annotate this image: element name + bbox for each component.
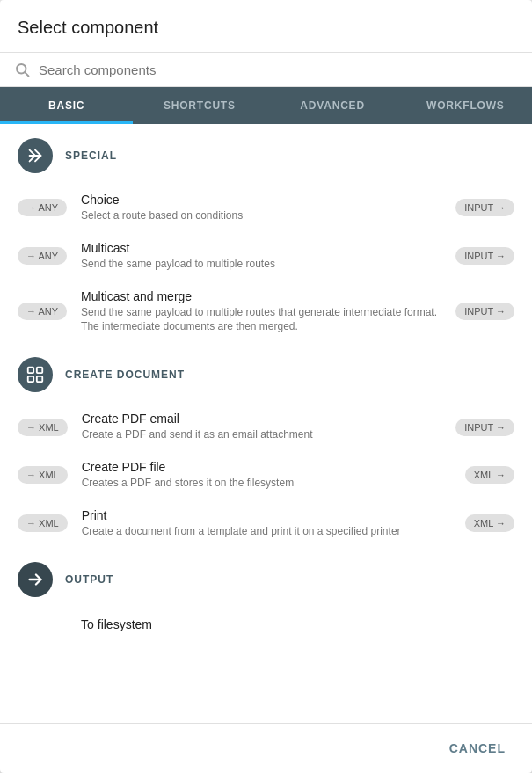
content-area[interactable]: SPECIAL → ANY Choice Select a route base… xyxy=(0,124,532,723)
search-icon xyxy=(14,62,30,77)
dialog-title: Select component xyxy=(18,18,514,38)
tab-shortcuts[interactable]: SHORTCUTS xyxy=(133,87,266,124)
select-component-dialog: Select component BASIC SHORTCUTS ADVANCE… xyxy=(0,0,532,773)
badge-left-pdf-email: → XML xyxy=(18,419,68,436)
badge-right-pdf-file: XML → xyxy=(465,466,514,484)
dialog-footer: CANCEL xyxy=(0,723,532,773)
badge-left-multicast: → ANY xyxy=(18,247,67,265)
component-info-pdf-email: Create PDF email Create a PDF and send i… xyxy=(82,412,441,442)
component-desc-multicast: Send the same payload to multiple routes xyxy=(81,257,441,272)
component-desc-pdf-file: Creates a PDF and stores it on the files… xyxy=(82,476,451,491)
svg-rect-6 xyxy=(37,376,42,382)
component-info-filesystem: To filesystem xyxy=(81,617,514,633)
component-name-choice: Choice xyxy=(81,193,441,207)
component-info-multicast: Multicast Send the same payload to multi… xyxy=(81,241,441,272)
badge-left-choice: → ANY xyxy=(18,199,67,216)
list-item[interactable]: → XML Print Create a document from a tem… xyxy=(0,500,532,548)
tab-workflows[interactable]: WORKFLOWS xyxy=(399,87,532,124)
component-desc-multicast-merge: Send the same payload to multiple routes… xyxy=(81,305,441,335)
section-special-header: SPECIAL xyxy=(0,124,532,184)
section-create-document-header: CREATE DOCUMENT xyxy=(0,343,532,403)
list-item[interactable]: → ANY Choice Select a route based on con… xyxy=(0,184,532,232)
badge-left-pdf-file: → XML xyxy=(18,466,68,484)
badge-left-multicast-merge: → ANY xyxy=(18,303,67,320)
tab-advanced[interactable]: ADVANCED xyxy=(266,87,399,124)
component-name-filesystem: To filesystem xyxy=(81,617,514,631)
component-desc-print: Create a document from a template and pr… xyxy=(82,524,451,539)
list-item[interactable]: → ANY To filesystem xyxy=(0,608,532,643)
component-desc-pdf-email: Create a PDF and send it as an email att… xyxy=(82,427,441,442)
component-info-print: Print Create a document from a template … xyxy=(82,508,451,539)
search-bar xyxy=(0,53,532,87)
dialog-header: Select component xyxy=(0,0,532,53)
search-input[interactable] xyxy=(39,62,518,77)
list-item[interactable]: → XML Create PDF file Creates a PDF and … xyxy=(0,451,532,500)
output-icon xyxy=(18,562,53,597)
tab-basic[interactable]: BASIC xyxy=(0,87,133,124)
component-desc-choice: Select a route based on conditions xyxy=(81,208,441,223)
svg-line-1 xyxy=(25,72,28,76)
badge-right-multicast-merge: INPUT → xyxy=(455,303,514,320)
list-item[interactable]: → ANY Multicast Send the same payload to… xyxy=(0,232,532,281)
create-document-icon xyxy=(18,357,53,392)
list-item[interactable]: → XML Create PDF email Create a PDF and … xyxy=(0,403,532,451)
component-info-multicast-merge: Multicast and merge Send the same payloa… xyxy=(81,289,441,335)
badge-right-choice: INPUT → xyxy=(455,199,514,216)
component-name-pdf-file: Create PDF file xyxy=(82,460,451,474)
badge-left-print: → XML xyxy=(18,514,68,532)
svg-rect-5 xyxy=(28,376,33,382)
badge-right-multicast: INPUT → xyxy=(455,247,514,265)
component-name-print: Print xyxy=(82,508,451,522)
component-info-choice: Choice Select a route based on condition… xyxy=(81,193,441,223)
special-icon xyxy=(18,138,53,173)
badge-right-print: XML → xyxy=(465,514,514,532)
section-output-header: OUTPUT xyxy=(0,548,532,608)
component-name-multicast-merge: Multicast and merge xyxy=(81,289,441,303)
svg-rect-3 xyxy=(28,368,33,373)
section-special-label: SPECIAL xyxy=(65,149,117,162)
tabs-bar: BASIC SHORTCUTS ADVANCED WORKFLOWS xyxy=(0,87,532,124)
cancel-button[interactable]: CANCEL xyxy=(423,724,532,773)
section-create-document-label: CREATE DOCUMENT xyxy=(65,368,185,381)
component-info-pdf-file: Create PDF file Creates a PDF and stores… xyxy=(82,460,451,491)
component-name-pdf-email: Create PDF email xyxy=(82,412,441,426)
list-item[interactable]: → ANY Multicast and merge Send the same … xyxy=(0,281,532,344)
component-name-multicast: Multicast xyxy=(81,241,441,255)
badge-right-pdf-email: INPUT → xyxy=(455,419,514,436)
section-output-label: OUTPUT xyxy=(65,573,113,586)
svg-rect-4 xyxy=(37,368,42,373)
